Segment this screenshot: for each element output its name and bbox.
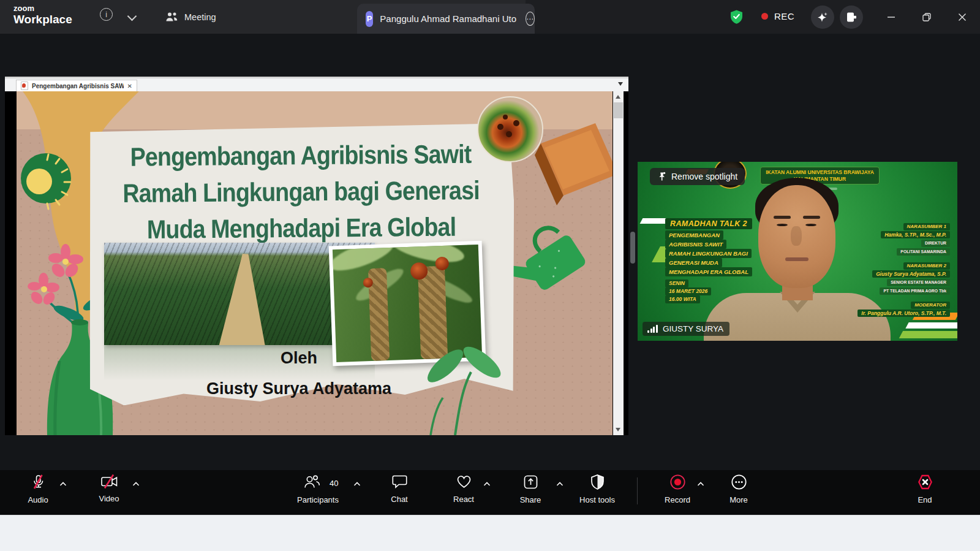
deco-stripe [905, 322, 957, 329]
speaker-block: MODERATOR Ir. Panggulu A.R. Utoro, S.TP.… [821, 300, 950, 317]
deco-stripe [899, 331, 957, 338]
people-icon [165, 12, 178, 22]
security-shield-icon[interactable] [729, 9, 744, 25]
event-schedule: SENIN 16 MARET 2026 16.00 WITA [665, 279, 711, 303]
share-screen-icon [522, 474, 539, 490]
camera-off-icon [100, 474, 119, 489]
host-tools-button[interactable]: Host tools [576, 474, 619, 504]
audio-button[interactable]: Audio [22, 474, 54, 504]
event-description: PENGEMBANGAN AGRIBISNIS SAWIT RAMAH LING… [665, 230, 752, 276]
presentation-file-tab[interactable]: Pengembangan Agribisnis SAWIT Ram... ✕ [16, 80, 137, 91]
event-line: GENERASI MUDA [665, 258, 722, 267]
record-icon [669, 474, 686, 490]
share-options-chevron[interactable] [556, 482, 564, 487]
tab-options-icon[interactable]: ⋯ [526, 12, 535, 26]
react-button[interactable]: React [448, 474, 480, 504]
schedule-line: 16 MARET 2026 [665, 287, 711, 295]
event-line: PENGEMBANGAN [665, 230, 723, 240]
chevron-down-icon[interactable] [127, 12, 137, 21]
windows-taskbar: Search P N O A W P [0, 515, 980, 551]
tab-list-dropdown-icon[interactable] [618, 82, 623, 86]
video-button[interactable]: Video [93, 474, 125, 503]
palm-trees-photo [329, 241, 486, 367]
tab-active-participant[interactable]: P Panggulu Ahmad Ramadhani Uto ⋯ [357, 4, 535, 34]
zoom-title-bar: zoom Workplace i Meeting P Panggulu Ahma… [0, 0, 980, 34]
speaker-list: NARASUMBER 1 Hamka, S.TP., M.Sc., M.P. D… [821, 222, 950, 322]
zoom-workplace-logo: zoom Workplace [13, 4, 72, 25]
react-options-chevron[interactable] [483, 482, 491, 487]
scroll-up-icon[interactable] [616, 95, 620, 99]
logo-workplace-text: Workplace [13, 13, 72, 25]
audio-signal-icon [647, 325, 658, 333]
presentation-slide: Pengembangan Agribisnis Sawit Ramah Ling… [17, 91, 612, 435]
screen-share-scroll-thumb[interactable] [630, 232, 635, 264]
event-line: AGRIBISNIS SAWIT [665, 240, 726, 249]
shared-window-tab-bar: Pengembangan Agribisnis SAWIT Ram... ✕ [5, 78, 628, 92]
shared-screen-window: Pengembangan Agribisnis SAWIT Ram... ✕ [5, 77, 628, 435]
meeting-toolbar: Audio Video Participants 40 Chat [0, 470, 980, 515]
participant-name: GIUSTY SURYA [663, 324, 723, 333]
participant-video-tile[interactable]: IKATAN ALUMNI UNIVERSITAS BRAWIJAYA KALI… [638, 162, 957, 341]
logo-zoom-text: zoom [13, 4, 72, 12]
chat-bubble-icon [391, 474, 408, 490]
remove-spotlight-button[interactable]: Remove spotlight [650, 168, 745, 185]
pin-icon [657, 172, 666, 181]
info-icon[interactable]: i [100, 8, 113, 21]
event-title: RAMADHAN TALK 2 [665, 218, 752, 229]
speaker-block: NARASUMBER 2 Giusty Surya Adyatama, S.P.… [821, 261, 950, 295]
rec-dot-icon [761, 13, 768, 20]
end-button[interactable]: End [909, 474, 941, 504]
presentation-tab-title: Pengembangan Agribisnis SAWIT Ram... [32, 83, 124, 89]
slide-byline: Oleh [17, 349, 581, 368]
participants-icon [303, 474, 320, 490]
active-tab-label: Panggulu Ahmad Ramadhani Uto [380, 13, 516, 24]
event-line: RAMAH LINGKUNGAN BAGI [665, 249, 752, 258]
slide-title: Pengembangan Agribisnis Sawit Ramah Ling… [105, 136, 497, 248]
restore-button[interactable] [920, 10, 933, 24]
participants-count: 40 [330, 479, 338, 488]
event-line: MENGHADAPI ERA GLOBAL [665, 267, 752, 276]
side-panel-button[interactable] [840, 6, 863, 29]
audio-options-chevron[interactable] [59, 482, 67, 487]
close-button[interactable] [956, 10, 969, 24]
speaker-block: NARASUMBER 1 Hamka, S.TP., M.Sc., M.P. D… [821, 222, 950, 256]
presentation-scroll-thumb[interactable] [614, 102, 623, 118]
chat-button[interactable]: Chat [385, 474, 414, 504]
ai-companion-button[interactable] [811, 6, 834, 29]
slide-author: Giusty Surya Adyatama [17, 379, 581, 398]
avatar: P [366, 11, 373, 27]
recording-indicator: REC [761, 11, 794, 21]
more-ellipsis-icon [731, 474, 747, 490]
host-tools-shield-icon [590, 474, 605, 490]
panel-icon [845, 11, 858, 23]
presentation-viewport: Pengembangan Agribisnis Sawit Ramah Ling… [5, 91, 628, 435]
powerpoint-file-icon [21, 82, 28, 90]
record-options-chevron[interactable] [697, 482, 704, 487]
record-button[interactable]: Record [660, 474, 695, 504]
more-button[interactable]: More [723, 474, 755, 504]
rec-label: REC [774, 11, 794, 21]
banner-line1: IKATAN ALUMNI UNIVERSITAS BRAWIJAYA [763, 169, 876, 176]
share-button[interactable]: Share [514, 474, 546, 504]
tab-meeting[interactable]: Meeting [165, 0, 216, 34]
participants-options-chevron[interactable] [353, 482, 361, 487]
participant-name-label: GIUSTY SURYA [643, 322, 729, 336]
sparkle-icon [816, 11, 829, 23]
slide-title-line1: Pengembangan Agribisnis Sawit [105, 136, 497, 176]
titlebar-right-zone [526, 0, 980, 34]
remove-spotlight-label: Remove spotlight [671, 172, 737, 181]
presentation-scrollbar[interactable] [613, 91, 624, 435]
schedule-line: 16.00 WITA [665, 295, 700, 303]
mic-muted-icon [30, 474, 47, 490]
close-tab-icon[interactable]: ✕ [127, 83, 132, 89]
video-options-chevron[interactable] [132, 482, 140, 487]
wood-block [535, 123, 612, 205]
toolbar-divider [637, 477, 638, 504]
end-hexagon-icon [916, 474, 934, 490]
minimize-button[interactable] [884, 10, 898, 24]
slide-title-line2: Ramah Lingkungan bagi Generasi [105, 172, 497, 212]
meeting-tab-label: Meeting [184, 12, 216, 22]
schedule-line: SENIN [665, 279, 688, 287]
scroll-down-icon[interactable] [616, 428, 620, 431]
heart-icon [456, 474, 472, 490]
